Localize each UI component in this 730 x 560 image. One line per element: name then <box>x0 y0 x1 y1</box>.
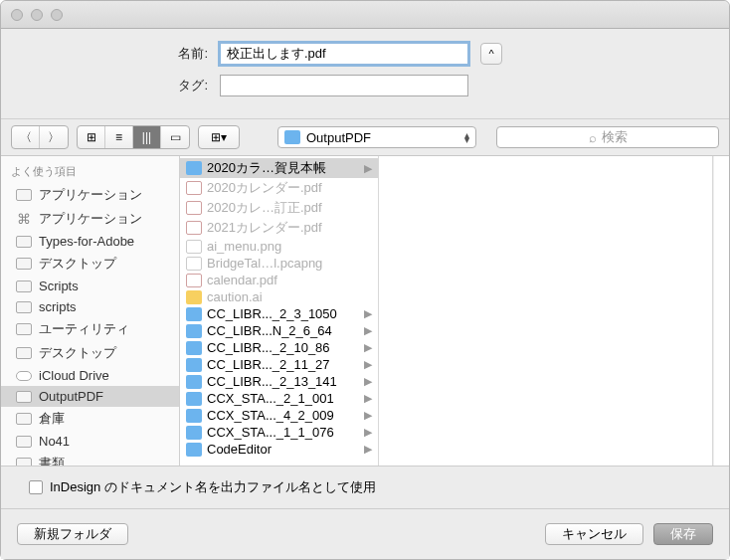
sidebar-item[interactable]: Scripts <box>1 276 179 296</box>
sidebar-item-label: デスクトップ <box>39 344 116 362</box>
cloud-icon <box>15 369 33 383</box>
new-folder-button[interactable]: 新規フォルダ <box>17 523 128 545</box>
sidebar-item[interactable]: ユーティリティ <box>1 317 179 341</box>
search-field[interactable]: ⌕ 検索 <box>496 126 719 148</box>
zoom-window-icon[interactable] <box>51 9 63 21</box>
view-icons-button[interactable]: ⊞ <box>78 126 105 148</box>
folder-icon <box>186 341 202 355</box>
file-name: 2021カレンダー.pdf <box>207 219 372 237</box>
filename-input[interactable] <box>220 43 468 65</box>
application-icon: ⌘ <box>15 212 33 226</box>
file-row[interactable]: ai_menu.png <box>180 238 378 255</box>
cancel-button[interactable]: キャンセル <box>545 523 643 545</box>
sidebar-item[interactable]: 書類 <box>1 452 179 466</box>
sidebar-item[interactable]: OutputPDF <box>1 386 179 407</box>
file-row[interactable]: 2021カレンダー.pdf <box>180 218 378 238</box>
file-column-1[interactable]: 2020カラ…賀見本帳▶2020カレンダー.pdf2020カレ…訂正.pdf20… <box>180 156 379 466</box>
sidebar-item[interactable]: デスクトップ <box>1 341 179 365</box>
sidebar-item-label: 書類 <box>39 455 65 466</box>
options-panel: InDesign のドキュメント名を出力ファイル名として使用 <box>1 466 729 508</box>
file-row[interactable]: CC_LIBR...N_2_6_64▶ <box>180 322 378 339</box>
chevron-right-icon: ▶ <box>364 162 372 175</box>
name-tag-form: 名前: ^ タグ: <box>1 29 729 119</box>
view-gallery-button[interactable]: ▭ <box>161 126 189 148</box>
save-button[interactable]: 保存 <box>653 523 713 545</box>
close-window-icon[interactable] <box>11 9 23 21</box>
folder-icon <box>284 130 300 144</box>
file-row[interactable]: CC_LIBR..._2_3_1050▶ <box>180 305 378 322</box>
file-name: CCX_STA..._2_1_001 <box>207 391 359 406</box>
sidebar-item-label: Types-for-Adobe <box>39 234 134 249</box>
chevron-right-icon: ▶ <box>364 409 372 422</box>
sidebar-item-label: アプリケーション <box>39 210 142 228</box>
sidebar-item-label: 倉庫 <box>39 410 65 428</box>
sidebar-item[interactable]: scripts <box>1 296 179 317</box>
file-name: 2020カレ…訂正.pdf <box>207 199 372 217</box>
file-name: CodeEditor <box>207 442 359 457</box>
file-row[interactable]: CodeEditor▶ <box>180 441 378 458</box>
pdf-icon <box>186 181 202 195</box>
sidebar-item[interactable]: ⌘アプリケーション <box>1 207 179 231</box>
sidebar-favorites-header: よく使う項目 <box>1 160 179 183</box>
file-row[interactable]: 2020カレンダー.pdf <box>180 178 378 198</box>
view-columns-button[interactable]: ||| <box>133 126 161 148</box>
sidebar-item[interactable]: iCloud Drive <box>1 365 179 386</box>
img-icon <box>186 257 202 271</box>
file-row[interactable]: CCX_STA..._1_1_076▶ <box>180 424 378 441</box>
view-list-button[interactable]: ≡ <box>105 126 133 148</box>
collapse-expand-button[interactable]: ^ <box>480 43 502 65</box>
file-row[interactable]: CC_LIBR..._2_10_86▶ <box>180 339 378 356</box>
chevron-right-icon: ▶ <box>364 375 372 388</box>
file-name: CC_LIBR...N_2_6_64 <box>207 323 359 338</box>
save-dialog: 名前: ^ タグ: 〈 〉 ⊞ ≡ ||| ▭ ⊞▾ OutputPDF ▴▾ <box>0 0 730 560</box>
file-row[interactable]: 2020カラ…賀見本帳▶ <box>180 158 378 178</box>
file-name: 2020カレンダー.pdf <box>207 179 372 197</box>
file-name: CC_LIBR..._2_3_1050 <box>207 306 359 321</box>
file-row[interactable]: CC_LIBR..._2_13_141▶ <box>180 373 378 390</box>
sidebar-item-label: デスクトップ <box>39 255 116 273</box>
pdf-icon <box>186 201 202 215</box>
group-by-button[interactable]: ⊞▾ <box>199 126 239 148</box>
file-row[interactable]: calendar.pdf <box>180 272 378 288</box>
sidebar-item-label: No41 <box>39 434 70 449</box>
minimize-window-icon[interactable] <box>31 9 43 21</box>
file-name: CCX_STA..._1_1_076 <box>207 425 359 440</box>
file-name: BridgeTal…l.pcapng <box>207 256 372 271</box>
nav-back-button[interactable]: 〈 <box>12 126 40 148</box>
folder-icon <box>15 390 33 404</box>
sidebar: よく使う項目 アプリケーション⌘アプリケーションTypes-for-Adobeデ… <box>1 156 180 466</box>
folder-icon <box>186 358 202 372</box>
file-row[interactable]: CC_LIBR..._2_11_27▶ <box>180 356 378 373</box>
chevron-right-icon: ▶ <box>364 307 372 320</box>
folder-icon <box>15 300 33 314</box>
search-icon: ⌕ <box>589 130 597 145</box>
sidebar-item[interactable]: No41 <box>1 431 179 452</box>
titlebar[interactable] <box>1 1 729 29</box>
chevron-right-icon: ▶ <box>364 392 372 405</box>
chevron-right-icon: ▶ <box>364 358 372 371</box>
file-row[interactable]: BridgeTal…l.pcapng <box>180 255 378 272</box>
pdf-icon <box>186 274 202 287</box>
file-row[interactable]: CCX_STA..._2_1_001▶ <box>180 390 378 407</box>
folder-icon <box>15 322 33 336</box>
sidebar-item-label: scripts <box>39 299 77 314</box>
sidebar-item[interactable]: 倉庫 <box>1 407 179 431</box>
search-placeholder: 検索 <box>602 128 628 146</box>
tags-input[interactable] <box>220 75 468 96</box>
sidebar-item[interactable]: アプリケーション <box>1 183 179 207</box>
chevron-right-icon: ▶ <box>364 443 372 456</box>
sidebar-item[interactable]: デスクトップ <box>1 252 179 276</box>
folder-icon <box>186 443 202 457</box>
folder-icon <box>186 409 202 423</box>
sidebar-item[interactable]: Types-for-Adobe <box>1 231 179 252</box>
file-column-2[interactable] <box>379 156 713 466</box>
use-doc-name-checkbox[interactable] <box>29 480 43 494</box>
file-row[interactable]: CCX_STA..._4_2_009▶ <box>180 407 378 424</box>
file-row[interactable]: caution.ai <box>180 288 378 305</box>
chevron-right-icon: ▶ <box>364 341 372 354</box>
scrollbar[interactable] <box>713 156 729 466</box>
file-name: CC_LIBR..._2_13_141 <box>207 374 359 389</box>
nav-forward-button[interactable]: 〉 <box>40 126 68 148</box>
file-row[interactable]: 2020カレ…訂正.pdf <box>180 198 378 218</box>
location-dropdown[interactable]: OutputPDF ▴▾ <box>277 126 476 148</box>
